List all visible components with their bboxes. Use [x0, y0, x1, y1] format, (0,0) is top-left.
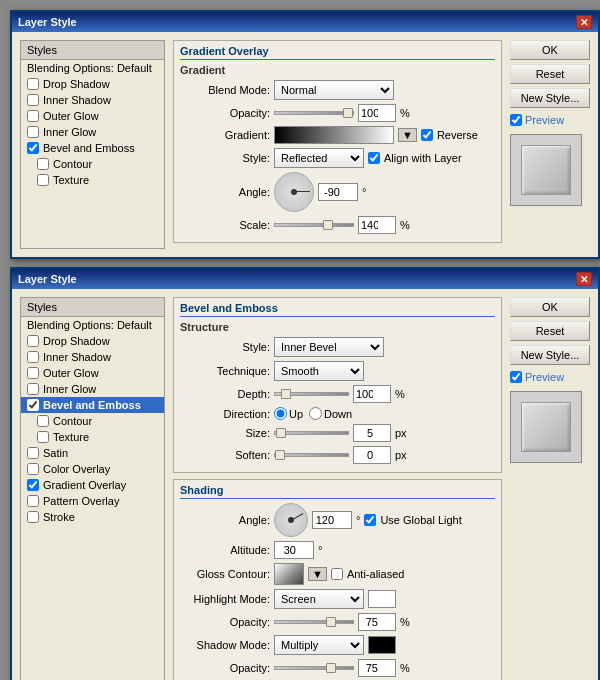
- reverse-label: Reverse: [437, 129, 478, 141]
- ok-button-2[interactable]: OK: [510, 297, 590, 317]
- inner-glow-2[interactable]: Inner Glow: [21, 381, 164, 397]
- structure-sub-title: Structure: [180, 321, 495, 333]
- styles-header-2: Styles: [21, 298, 164, 317]
- reset-button-1[interactable]: Reset: [510, 64, 590, 84]
- dropdown-arrow-gloss[interactable]: ▼: [308, 567, 327, 581]
- highlight-opacity-label: Opacity:: [180, 616, 270, 628]
- angle-label: Angle:: [180, 186, 270, 198]
- highlight-opacity-slider[interactable]: [274, 620, 354, 624]
- highlight-opacity-unit: %: [400, 616, 410, 628]
- blend-mode-select[interactable]: Normal: [274, 80, 394, 100]
- size-unit: px: [395, 427, 407, 439]
- highlight-opacity-input[interactable]: [358, 613, 396, 631]
- angle-input[interactable]: [318, 183, 358, 201]
- outer-glow-1[interactable]: Outer Glow: [21, 108, 164, 124]
- opacity-unit: %: [400, 107, 410, 119]
- contour-2[interactable]: Contour: [21, 413, 164, 429]
- drop-shadow-2[interactable]: Drop Shadow: [21, 333, 164, 349]
- contour-1[interactable]: Contour: [21, 156, 164, 172]
- depth-row: Depth: %: [180, 385, 495, 403]
- reset-button-2[interactable]: Reset: [510, 321, 590, 341]
- size-label: Size:: [180, 427, 270, 439]
- dropdown-arrow-gradient[interactable]: ▼: [398, 128, 417, 142]
- gradient-overlay-section: Gradient Overlay Gradient Blend Mode: No…: [173, 40, 502, 243]
- angle-row: Angle: °: [180, 172, 495, 212]
- shading-angle-dial[interactable]: [274, 503, 308, 537]
- global-light-checkbox[interactable]: [364, 514, 376, 526]
- depth-slider[interactable]: [274, 392, 349, 396]
- reverse-checkbox[interactable]: [421, 129, 433, 141]
- angle-dial[interactable]: [274, 172, 314, 212]
- gradient-overlay-2[interactable]: Gradient Overlay: [21, 477, 164, 493]
- dialog1-body: Styles Blending Options: Default Drop Sh…: [12, 32, 598, 257]
- bevel-emboss-1[interactable]: Bevel and Emboss: [21, 140, 164, 156]
- outer-glow-2[interactable]: Outer Glow: [21, 365, 164, 381]
- direction-down[interactable]: Down: [309, 407, 352, 420]
- shading-title: Shading: [180, 484, 495, 499]
- highlight-color-swatch[interactable]: [368, 590, 396, 608]
- new-style-button-2[interactable]: New Style...: [510, 345, 590, 365]
- scale-input[interactable]: [358, 216, 396, 234]
- shadow-mode-select[interactable]: Multiply: [274, 635, 364, 655]
- inner-glow-1[interactable]: Inner Glow: [21, 124, 164, 140]
- dialog2: Layer Style ✕ Styles Blending Options: D…: [10, 267, 600, 680]
- soften-input[interactable]: [353, 446, 391, 464]
- gloss-contour-preview[interactable]: [274, 563, 304, 585]
- blend-mode-label: Blend Mode:: [180, 84, 270, 96]
- gradient-bar[interactable]: [274, 126, 394, 144]
- left-panel-1: Styles Blending Options: Default Drop Sh…: [20, 40, 165, 249]
- anti-aliased-label: Anti-aliased: [347, 568, 404, 580]
- soften-slider[interactable]: [274, 453, 349, 457]
- direction-label: Direction:: [180, 408, 270, 420]
- opacity-input[interactable]: [358, 104, 396, 122]
- close-button-2[interactable]: ✕: [576, 272, 592, 286]
- altitude-label: Altitude:: [180, 544, 270, 556]
- dialog2-body: Styles Blending Options: Default Drop Sh…: [12, 289, 598, 680]
- align-layer-checkbox[interactable]: [368, 152, 380, 164]
- texture-1[interactable]: Texture: [21, 172, 164, 188]
- direction-up[interactable]: Up: [274, 407, 303, 420]
- shadow-opacity-label: Opacity:: [180, 662, 270, 674]
- size-slider[interactable]: [274, 431, 349, 435]
- shading-angle-row: Angle: ° Use Global Light: [180, 503, 495, 537]
- style-select[interactable]: Reflected: [274, 148, 364, 168]
- bevel-emboss-2[interactable]: Bevel and Emboss: [21, 397, 164, 413]
- size-row: Size: px: [180, 424, 495, 442]
- highlight-mode-select[interactable]: Screen: [274, 589, 364, 609]
- opacity-slider[interactable]: [274, 111, 354, 115]
- anti-aliased-checkbox[interactable]: [331, 568, 343, 580]
- inner-shadow-1[interactable]: Inner Shadow: [21, 92, 164, 108]
- right-panel-1: OK Reset New Style... Preview: [510, 40, 590, 249]
- size-input[interactable]: [353, 424, 391, 442]
- technique-label: Technique:: [180, 365, 270, 377]
- shadow-color-swatch[interactable]: [368, 636, 396, 654]
- preview-checkbox-1[interactable]: [510, 114, 522, 126]
- shading-section: Shading Angle: ° Use Global Light Altitu…: [173, 479, 502, 680]
- satin-2[interactable]: Satin: [21, 445, 164, 461]
- be-style-select[interactable]: Inner Bevel: [274, 337, 384, 357]
- altitude-input[interactable]: [274, 541, 314, 559]
- blending-options-1[interactable]: Blending Options: Default: [21, 60, 164, 76]
- be-style-label: Style:: [180, 341, 270, 353]
- title-bar-2: Layer Style ✕: [12, 269, 598, 289]
- inner-shadow-2[interactable]: Inner Shadow: [21, 349, 164, 365]
- blending-options-2[interactable]: Blending Options: Default: [21, 317, 164, 333]
- close-button-1[interactable]: ✕: [576, 15, 592, 29]
- color-overlay-2[interactable]: Color Overlay: [21, 461, 164, 477]
- opacity-row: Opacity: %: [180, 104, 495, 122]
- shading-angle-label: Angle:: [180, 514, 270, 526]
- technique-row: Technique: Smooth: [180, 361, 495, 381]
- depth-input[interactable]: [353, 385, 391, 403]
- scale-slider[interactable]: [274, 223, 354, 227]
- preview-checkbox-2[interactable]: [510, 371, 522, 383]
- technique-select[interactable]: Smooth: [274, 361, 364, 381]
- drop-shadow-1[interactable]: Drop Shadow: [21, 76, 164, 92]
- shadow-opacity-input[interactable]: [358, 659, 396, 677]
- stroke-2[interactable]: Stroke: [21, 509, 164, 525]
- new-style-button-1[interactable]: New Style...: [510, 88, 590, 108]
- shadow-opacity-slider[interactable]: [274, 666, 354, 670]
- shading-angle-input[interactable]: [312, 511, 352, 529]
- pattern-overlay-2[interactable]: Pattern Overlay: [21, 493, 164, 509]
- ok-button-1[interactable]: OK: [510, 40, 590, 60]
- texture-2[interactable]: Texture: [21, 429, 164, 445]
